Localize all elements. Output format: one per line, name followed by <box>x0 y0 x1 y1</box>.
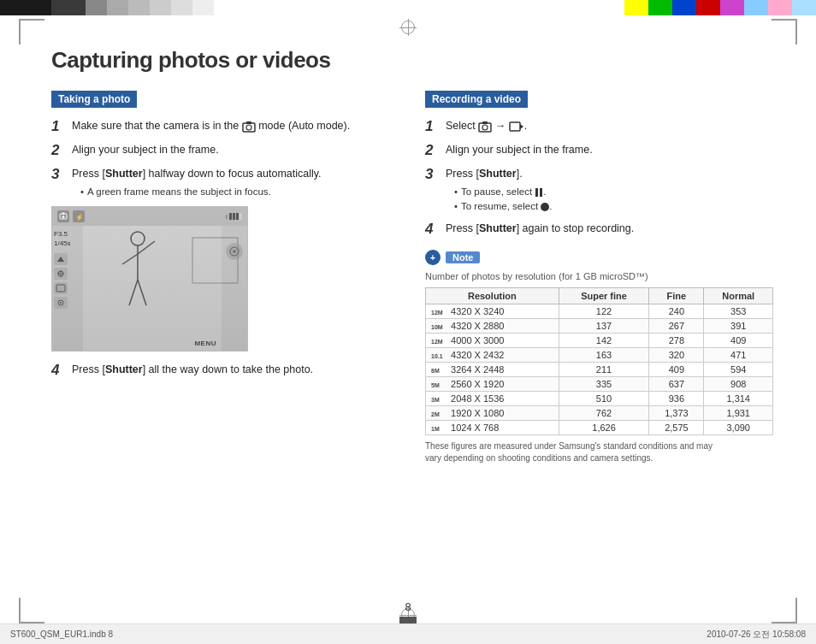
superfine-cell: 211 <box>559 363 649 377</box>
superfine-cell: 142 <box>559 334 649 348</box>
superfine-cell: 163 <box>559 348 649 363</box>
res-cell: 10M 4320 X 2880 <box>426 319 559 334</box>
svg-line-19 <box>129 280 138 305</box>
svg-marker-27 <box>520 124 523 129</box>
step-4-number: 4 <box>51 362 67 379</box>
svg-point-24 <box>482 125 488 130</box>
color-swatches <box>624 0 816 15</box>
svg-rect-26 <box>510 122 520 131</box>
note-icon: + <box>425 250 441 265</box>
table-row: 10M 4320 X 2880 137 267 391 <box>426 319 773 334</box>
normal-cell: 353 <box>704 304 773 319</box>
right-step-4-text: Press [Shutter] again to stop recording. <box>446 221 634 237</box>
note-footer: These figures are measured under Samsung… <box>425 440 773 464</box>
left-column: Taking a photo 1 Make sure that the came… <box>51 91 399 464</box>
right-step-1-number: 1 <box>425 118 441 135</box>
col-header-normal: Normal <box>704 288 773 304</box>
left-step-4: 4 Press [Shutter] all the way down to ta… <box>51 362 399 379</box>
fine-cell: 1,373 <box>649 406 704 421</box>
right-column: Recording a video 1 Select → . <box>425 91 773 464</box>
cam-fvalue: F3.51/45s <box>54 229 81 248</box>
col-header-fine: Fine <box>649 288 704 304</box>
superfine-cell: 335 <box>559 377 649 392</box>
page-title: Capturing photos or videos <box>51 47 773 74</box>
right-step-1-text: Select → . <box>446 118 527 134</box>
svg-rect-2 <box>246 121 251 124</box>
pause-icon <box>535 187 543 198</box>
note-section: + Note Number of photos by resolution (f… <box>425 250 773 464</box>
fine-cell: 936 <box>649 392 704 406</box>
note-label: Note <box>446 251 480 263</box>
normal-cell: 409 <box>704 334 773 348</box>
normal-cell: 594 <box>704 363 773 377</box>
camera-preview-inner: ⚡ I <box>52 207 247 351</box>
res-cell: 3M 2048 X 1536 <box>426 392 559 406</box>
grayscale-swatches <box>86 0 214 15</box>
svg-rect-4 <box>62 213 65 215</box>
res-cell: 8M 3264 X 2448 <box>426 363 559 377</box>
res-cell: 10.1 4320 X 2432 <box>426 348 559 363</box>
res-cell: 1M 1024 X 768 <box>426 421 559 435</box>
right-step-2: 2 Align your subject in the frame. <box>425 142 773 159</box>
left-section-header: Taking a photo <box>51 91 137 108</box>
cam-icons-left: ⚡ <box>57 210 85 222</box>
normal-cell: 471 <box>704 348 773 363</box>
table-row: 1M 1024 X 768 1,626 2,575 3,090 <box>426 421 773 435</box>
corner-mark-tr <box>772 19 797 44</box>
svg-line-17 <box>138 241 155 254</box>
cam-bottom-bar: MENU <box>83 335 222 351</box>
cam-btn-3 <box>54 282 68 294</box>
camera-mode-icon <box>242 121 256 133</box>
normal-cell: 3,090 <box>704 421 773 435</box>
normal-cell: 1,314 <box>704 392 773 406</box>
table-row: 10.1 4320 X 2432 163 320 471 <box>426 348 773 363</box>
res-cell: 5M 2560 X 1920 <box>426 377 559 392</box>
table-row: 12M 4000 X 3000 142 278 409 <box>426 334 773 348</box>
cam-battery: I <box>226 213 242 220</box>
table-row: 2M 1920 X 1080 762 1,373 1,931 <box>426 406 773 421</box>
svg-point-5 <box>62 216 65 218</box>
cam-btn-1 <box>54 253 68 265</box>
right-step-3: 3 Press [Shutter]. To pause, select . To… <box>425 166 773 214</box>
left-step-2: 2 Align your subject in the frame. <box>51 142 399 159</box>
res-cell: 2M 1920 X 1080 <box>426 406 559 421</box>
step-1-number: 1 <box>51 118 67 135</box>
note-subtitle: (for 1 GB microSD™) <box>559 271 648 281</box>
two-column-layout: Taking a photo 1 Make sure that the came… <box>51 91 773 464</box>
svg-rect-25 <box>482 121 488 124</box>
svg-line-20 <box>138 280 146 305</box>
superfine-cell: 1,626 <box>559 421 649 435</box>
table-row: 5M 2560 X 1920 335 637 908 <box>426 377 773 392</box>
normal-cell: 391 <box>704 319 773 334</box>
fine-cell: 278 <box>649 334 704 348</box>
corner-mark-br <box>772 598 797 623</box>
right-step-4-number: 4 <box>425 221 441 238</box>
cam-icon-2: ⚡ <box>73 210 85 222</box>
resolution-table: Resolution Super fine Fine Normal 12M 43… <box>425 287 773 435</box>
cam-btn-4 <box>54 297 68 309</box>
right-step-4: 4 Press [Shutter] again to stop recordin… <box>425 221 773 238</box>
step-2-number: 2 <box>51 142 67 159</box>
page-number-bar <box>399 617 417 623</box>
fine-cell: 320 <box>649 348 704 363</box>
right-section-header: Recording a video <box>425 91 528 108</box>
right-step-2-text: Align your subject in the frame. <box>446 142 593 158</box>
left-step-1: 1 Make sure that the camera is in the mo… <box>51 118 399 135</box>
superfine-cell: 762 <box>559 406 649 421</box>
step-1-text: Make sure that the camera is in the mode… <box>72 118 350 134</box>
color-bar-top <box>0 0 816 15</box>
cam-btn-2 <box>54 268 68 280</box>
cam-menu-text: MENU <box>194 340 216 347</box>
camera-preview: ⚡ I <box>51 206 248 352</box>
col-header-resolution: Resolution <box>426 288 559 304</box>
svg-line-18 <box>122 254 138 264</box>
fine-cell: 2,575 <box>649 421 704 435</box>
color-swatch-black <box>0 0 51 15</box>
svg-point-15 <box>131 232 145 245</box>
main-content: Capturing photos or videos Taking a phot… <box>51 47 773 593</box>
col-header-superfine: Super fine <box>559 288 649 304</box>
stop-icon <box>541 203 549 211</box>
note-title: Number of photos by resolution (for 1 GB… <box>425 270 773 282</box>
cam-top-bar: ⚡ I <box>52 207 247 226</box>
corner-mark-tl <box>19 19 44 44</box>
